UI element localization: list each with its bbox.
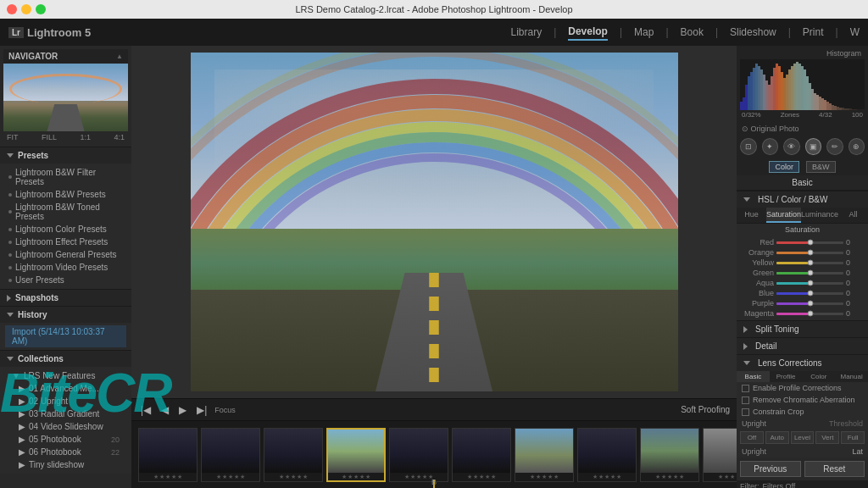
chromatic-aberration-checkbox[interactable] (742, 396, 749, 404)
saturation-yellow-row: Yellow 0 (737, 258, 868, 268)
saturation-orange-row: Orange 0 (737, 247, 868, 258)
preset-item[interactable]: Lightroom Effect Presets (5, 236, 126, 248)
tab-library[interactable]: Library (510, 25, 542, 40)
upright-full[interactable]: Full (841, 431, 865, 444)
saturation-red-slider[interactable] (776, 241, 843, 244)
history-item[interactable]: Import (5/14/13 10:03:37 AM) (5, 325, 126, 347)
saturation-yellow-slider[interactable] (776, 262, 843, 264)
detail-header[interactable]: Detail (737, 337, 868, 354)
enable-profile-row: Enable Profile Corrections (737, 382, 868, 394)
film-thumb-selected[interactable]: ★★★★★ (326, 428, 386, 482)
snapshots-header[interactable]: Snapshots (0, 290, 131, 306)
svg-rect-57 (860, 109, 862, 110)
lens-tab-manual[interactable]: Manual (835, 371, 868, 382)
collection-item[interactable]: ▶ 05 Photobook 20 (5, 433, 126, 446)
film-thumb[interactable]: ★★★★★ (138, 428, 198, 482)
hsl-tab-hue[interactable]: Hue (737, 208, 766, 223)
svg-rect-18 (760, 69, 763, 110)
close-button[interactable] (7, 4, 17, 14)
tab-book[interactable]: Book (681, 25, 704, 40)
previous-button[interactable]: Previous (740, 461, 801, 477)
navigator-header[interactable]: Navigator ▲ (3, 49, 128, 64)
preset-item[interactable]: Lightroom General Presets (5, 248, 126, 261)
saturation-green-slider[interactable] (776, 272, 843, 274)
filters-off-label[interactable]: Filters Off (763, 482, 796, 488)
tab-print[interactable]: Print (803, 25, 824, 40)
color-treatment-button[interactable]: Color (769, 161, 799, 173)
tab-slideshow[interactable]: Slideshow (730, 25, 776, 40)
collection-item[interactable]: ▶ 06 Photobook 22 (5, 446, 126, 458)
collection-item[interactable]: ▶ Tiny slideshow (5, 458, 126, 471)
adjustment-brush-icon[interactable]: ✏ (826, 138, 843, 155)
film-thumb[interactable]: ★★★★★ (264, 428, 323, 482)
saturation-purple-slider[interactable] (776, 302, 843, 305)
svg-rect-38 (811, 89, 814, 110)
hsl-tab-all[interactable]: All (838, 208, 868, 223)
lens-tab-basic[interactable]: Basic (737, 371, 770, 382)
presets-section: Presets Lightroom B&W Filter Presets Lig… (0, 147, 131, 289)
tab-web[interactable]: W (850, 25, 860, 40)
film-thumb[interactable]: ★★★★★ (515, 428, 574, 482)
window-controls (7, 4, 46, 14)
maximize-button[interactable] (36, 4, 46, 14)
lens-tab-color[interactable]: Color (803, 371, 836, 382)
collection-item[interactable]: ▶ 02 Upright (5, 395, 126, 408)
history-header[interactable]: History (0, 307, 131, 323)
film-thumb[interactable]: ★★★★★ (201, 428, 260, 482)
film-thumb[interactable]: ★★★★★ (703, 428, 737, 482)
redeye-tool-icon[interactable]: 👁 (783, 138, 800, 155)
hsl-tab-luminance[interactable]: Luminance (801, 208, 838, 223)
crop-tool-icon[interactable]: ⊡ (740, 138, 757, 155)
split-toning-label: Split Toning (755, 324, 799, 334)
lens-corrections-header[interactable]: Lens Corrections (737, 354, 868, 371)
collection-item[interactable]: ▶ 04 Video Slideshow (5, 420, 126, 433)
minimize-button[interactable] (21, 4, 31, 14)
preset-item[interactable]: User Presets (5, 274, 126, 286)
preset-item[interactable]: Lightroom Color Presets (5, 223, 126, 236)
upright-vert[interactable]: Vert (815, 431, 839, 444)
svg-rect-34 (801, 66, 804, 110)
svg-rect-20 (765, 80, 768, 110)
reset-button[interactable]: Reset (804, 461, 865, 477)
tab-develop[interactable]: Develop (568, 24, 608, 41)
preset-item[interactable]: Lightroom B&W Presets (5, 188, 126, 201)
enable-profile-checkbox[interactable] (742, 385, 749, 392)
chromatic-aberration-row: Remove Chromatic Aberration (737, 394, 868, 406)
saturation-aqua-slider[interactable] (776, 282, 843, 285)
collections-header[interactable]: Collections (0, 351, 131, 367)
preset-item[interactable]: Lightroom Video Presets (5, 261, 126, 274)
go-next-button[interactable]: ▶ (176, 403, 189, 417)
collection-item[interactable]: ▶ 01 Advanced Me... (5, 382, 126, 395)
upright-off[interactable]: Off (740, 431, 764, 444)
go-first-button[interactable]: |◀ (138, 403, 153, 417)
saturation-magenta-slider[interactable] (776, 313, 843, 315)
graduated-filter-icon[interactable]: ▣ (805, 138, 822, 155)
film-thumb[interactable]: ★★★★★ (389, 428, 448, 482)
film-thumb[interactable]: ★★★★★ (577, 428, 637, 482)
preset-item[interactable]: Lightroom B&W Toned Presets (5, 201, 126, 223)
bw-treatment-button[interactable]: B&W (806, 161, 836, 173)
upright-auto[interactable]: Auto (765, 431, 789, 444)
collection-item[interactable]: ▶ 03 Radial Gradient (5, 408, 126, 420)
constrain-crop-checkbox[interactable] (742, 408, 749, 416)
saturation-orange-slider[interactable] (776, 252, 843, 254)
go-last-button[interactable]: ▶| (194, 403, 209, 417)
tab-map[interactable]: Map (634, 25, 654, 40)
saturation-blue-slider[interactable] (776, 292, 843, 295)
svg-rect-55 (854, 109, 857, 110)
film-thumb[interactable]: ★★★★★ (640, 428, 699, 482)
split-toning-header[interactable]: Split Toning (737, 320, 868, 337)
detail-tool-icon[interactable]: ⊕ (849, 138, 865, 155)
preset-item[interactable]: Lightroom B&W Filter Presets (5, 166, 126, 188)
hsl-tab-saturation[interactable]: Saturation (766, 208, 801, 223)
presets-header[interactable]: Presets (0, 147, 131, 164)
upright-level[interactable]: Level (791, 431, 815, 444)
go-prev-button[interactable]: ◀ (159, 403, 171, 417)
svg-rect-56 (857, 109, 860, 110)
heal-tool-icon[interactable]: ✦ (762, 138, 779, 155)
hsl-section-header[interactable]: HSL / Color / B&W (737, 191, 868, 208)
window-title: LRS Demo Catalog-2.lrcat - Adobe Photosh… (295, 4, 572, 14)
lens-tab-profile[interactable]: Profile (770, 371, 803, 382)
collection-folder-item[interactable]: ▼ LRS New Features (5, 369, 126, 382)
film-thumb[interactable]: ★★★★★ (452, 428, 511, 482)
